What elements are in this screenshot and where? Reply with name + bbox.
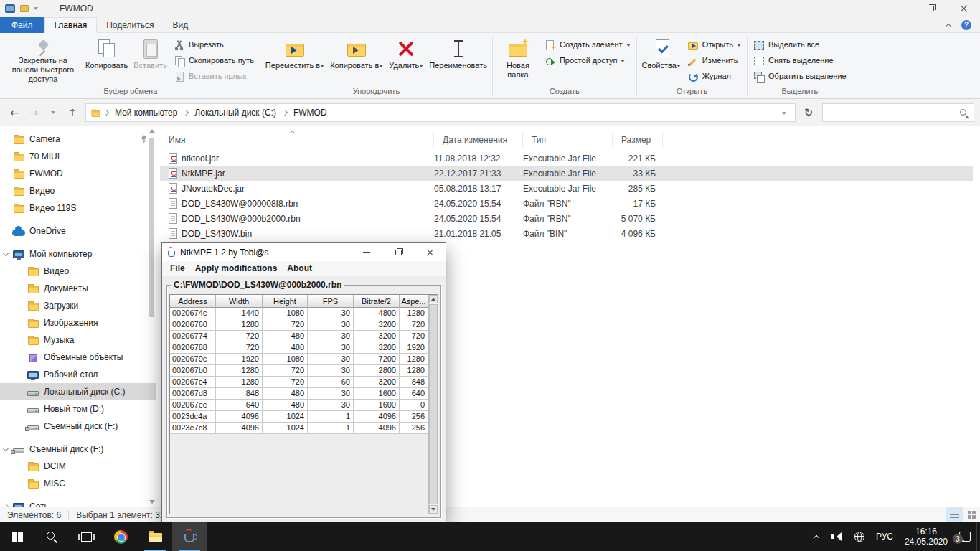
forward-button[interactable]: → [25,104,42,121]
easy-access-button[interactable]: Простой доступ [541,53,634,68]
column-header-width[interactable]: Width [216,295,263,308]
select-none-button[interactable]: Снять выделение [750,53,850,68]
maximize-button[interactable] [382,243,414,261]
copy-button[interactable]: Копировать [83,35,131,84]
column-header-size[interactable]: Размер [613,132,663,148]
table-row[interactable]: 0020674c 1440 1080 30 4800 1280 [170,308,428,319]
sidebar-item[interactable]: FWMOD [0,165,156,182]
sidebar-item[interactable]: Новый том (D:) [0,400,156,418]
table-row[interactable]: 00206774 720 480 30 3200 720 [170,331,428,342]
sidebar-item[interactable]: Съемный диск (F:) [0,441,156,458]
file-row[interactable]: DOD_LS430W.bin 21.01.2018 21:05 Файл "BI… [160,226,973,241]
expander-icon[interactable] [1,250,11,258]
table-row[interactable]: 00206788 720 480 30 3200 1920 [170,342,428,354]
scroll-up-icon[interactable] [149,129,155,133]
column-header-name[interactable]: Имя [160,132,434,148]
expander-icon[interactable] [1,204,11,212]
paste-button[interactable]: Вставить [131,35,170,84]
expander-icon[interactable] [16,479,26,488]
column-header-type[interactable]: Тип [523,132,613,148]
sidebar-item[interactable]: Объемные объекты [0,349,156,366]
column-header-address[interactable]: Address [170,295,216,308]
taskbar-search-button[interactable] [34,522,69,551]
qat-folder-icon[interactable] [20,5,29,12]
menu-file[interactable]: File [165,263,190,273]
expander-icon[interactable] [1,187,11,195]
thumbnails-view-button[interactable] [963,507,980,522]
invert-selection-button[interactable]: Обратить выделение [750,69,850,84]
sidebar-item[interactable]: Видео 119S [0,199,156,217]
new-item-button[interactable]: Создать элемент [541,37,634,52]
scrollbar-thumb[interactable] [429,304,438,504]
sidebar-item[interactable]: 70 MIUI [0,148,156,165]
expander-icon[interactable] [1,227,11,235]
expander-icon[interactable] [16,301,26,310]
up-button[interactable]: ↑ [64,104,81,121]
sidebar-scrollbar[interactable] [149,128,155,505]
taskbar-explorer-button[interactable] [138,522,172,551]
expander-icon[interactable] [16,422,26,430]
address-dropdown-button[interactable] [776,108,792,118]
expander-icon[interactable] [16,284,26,293]
sidebar-item[interactable]: Рабочий стол [0,366,156,383]
address-bar[interactable]: Мой компьютер Локальный диск (C:) FWMOD [85,103,796,122]
sidebar-item[interactable]: Сеть [0,498,156,507]
breadcrumb-item[interactable]: FWMOD [288,104,332,121]
sidebar-item[interactable]: Локальный диск (C:) [0,383,156,400]
expander-icon[interactable] [1,152,11,161]
expander-icon[interactable] [16,405,26,413]
table-row[interactable]: 0023dc4a 4096 1024 1 4096 256 [170,411,428,423]
tab-home[interactable]: Главная [44,17,98,32]
menu-apply-modifications[interactable]: Apply modifications [190,263,283,273]
expander-icon[interactable] [16,462,26,471]
start-button[interactable] [0,522,34,551]
expander-icon[interactable] [16,370,26,379]
show-desktop-button[interactable] [976,522,980,551]
file-row[interactable]: JNovatekDec.jar 05.08.2018 13:17 Executa… [160,181,973,196]
language-indicator[interactable]: РУС [870,522,899,551]
paste-shortcut-button[interactable]: Вставить ярлык [170,69,258,84]
sidebar-item[interactable]: Музыка [0,331,156,349]
search-icon[interactable] [959,108,969,118]
sidebar-item[interactable]: MISC [0,475,156,492]
file-row[interactable]: DOD_LS430W@000008f8.rbn 24.05.2020 15:54… [160,196,973,211]
sidebar-item[interactable]: Camera [0,131,156,148]
select-all-button[interactable]: Выделить все [750,37,850,52]
table-row[interactable]: 0020679c 1920 1080 30 7200 1280 [170,354,428,365]
table-row[interactable]: 002067d8 848 480 30 1600 640 [170,388,428,400]
new-folder-button[interactable]: Новая папка [495,35,541,84]
column-header-fps[interactable]: FPS [308,295,354,308]
tab-view[interactable]: Вид [163,17,197,32]
clock[interactable]: 16:16 24.05.2020 [899,522,953,551]
ntkmpe-titlebar[interactable]: NtkMPE 1.2 by Tobi@s [162,243,446,261]
column-header-date[interactable]: Дата изменения [434,132,523,148]
network-button[interactable] [849,522,870,551]
expander-icon[interactable] [16,387,26,396]
expander-icon[interactable] [16,336,26,344]
column-header-bitrate[interactable]: Bitrate/2 [354,295,400,308]
expander-icon[interactable] [1,135,11,143]
properties-button[interactable]: Свойства [639,35,684,84]
menu-about[interactable]: About [282,263,317,273]
edit-button[interactable]: Изменить [684,53,745,68]
sidebar-item[interactable]: Изображения [0,314,156,331]
expander-icon[interactable] [16,353,26,362]
minimize-button[interactable] [351,243,382,261]
close-button[interactable] [414,243,446,261]
qat-customize-caret-icon[interactable] [34,7,38,10]
details-view-button[interactable] [946,507,963,522]
history-button[interactable]: Журнал [684,69,745,84]
action-center-button[interactable]: 3 [953,522,976,551]
sidebar-item[interactable]: Загрузки [0,297,156,314]
taskbar-chrome-button[interactable] [103,522,138,551]
file-row[interactable]: DOD_LS430W@000b2000.rbn 24.05.2020 15:54… [160,211,973,226]
delete-button[interactable]: Удалить [386,35,426,84]
cut-button[interactable]: Вырезать [170,37,258,52]
minimize-button[interactable] [881,0,914,17]
expander-icon[interactable] [16,267,26,276]
collapse-ribbon-icon[interactable] [946,22,951,28]
task-view-button[interactable] [69,522,103,551]
tab-share[interactable]: Поделиться [97,17,163,32]
table-row[interactable]: 002067b0 1280 720 30 2800 1280 [170,365,428,377]
scrollbar-thumb[interactable] [149,138,154,317]
